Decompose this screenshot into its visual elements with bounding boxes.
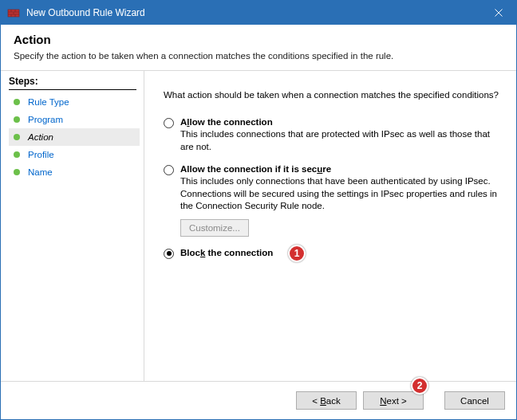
option-allow-secure-desc: This includes only connections that have… (180, 175, 502, 213)
step-label: Rule Type (28, 97, 69, 107)
step-label: Program (28, 115, 63, 124)
page-title: Action (14, 33, 503, 46)
close-button[interactable] (481, 1, 516, 25)
step-program[interactable]: Program (9, 111, 140, 128)
customize-button: Customize... (180, 219, 249, 237)
step-profile[interactable]: Profile (9, 146, 140, 163)
steps-underline (9, 89, 136, 90)
bullet-icon (14, 151, 20, 158)
option-allow-desc: This includes connections that are prote… (180, 128, 502, 153)
bullet-icon (14, 116, 20, 123)
step-label: Profile (28, 150, 54, 159)
wizard-window: New Outbound Rule Wizard Action Specify … (0, 0, 517, 420)
main-panel: What action should be taken when a conne… (144, 71, 516, 381)
bullet-icon (14, 99, 20, 105)
wizard-header: Action Specify the action to be taken wh… (1, 25, 516, 71)
next-button[interactable]: Next > (363, 391, 424, 410)
option-allow-secure: Allow the connection if it is secure Thi… (164, 164, 502, 237)
bullet-icon (14, 134, 20, 140)
window-title: New Outbound Rule Wizard (26, 7, 481, 18)
step-label: Name (28, 167, 53, 177)
option-allow-title: Allow the connection (180, 117, 502, 127)
steps-heading: Steps: (9, 76, 144, 87)
question-text: What action should be taken when a conne… (164, 90, 502, 100)
wizard-body: Steps: Rule Type Program Action Profile … (1, 71, 516, 381)
page-subtitle: Specify the action to be taken when a co… (14, 51, 503, 61)
option-allow: Allow the connection This includes conne… (164, 117, 502, 153)
wizard-footer: < Back Next > 2 Cancel (1, 381, 516, 419)
step-rule-type[interactable]: Rule Type (9, 93, 140, 111)
step-label: Action (28, 132, 53, 142)
radio-allow-secure[interactable] (164, 165, 174, 175)
radio-block[interactable] (164, 249, 174, 259)
back-button[interactable]: < Back (296, 391, 357, 410)
cancel-button[interactable]: Cancel (444, 391, 505, 410)
option-allow-secure-title: Allow the connection if it is secure (180, 164, 502, 174)
firewall-icon (7, 6, 20, 19)
titlebar: New Outbound Rule Wizard (1, 1, 516, 25)
step-action[interactable]: Action (9, 128, 140, 146)
step-name[interactable]: Name (9, 163, 140, 181)
radio-allow[interactable] (164, 118, 174, 128)
close-icon (495, 9, 503, 17)
steps-sidebar: Steps: Rule Type Program Action Profile … (1, 71, 144, 381)
option-block-title: Block the connection (180, 248, 502, 257)
bullet-icon (14, 169, 20, 175)
option-block: Block the connection 1 (164, 248, 502, 259)
